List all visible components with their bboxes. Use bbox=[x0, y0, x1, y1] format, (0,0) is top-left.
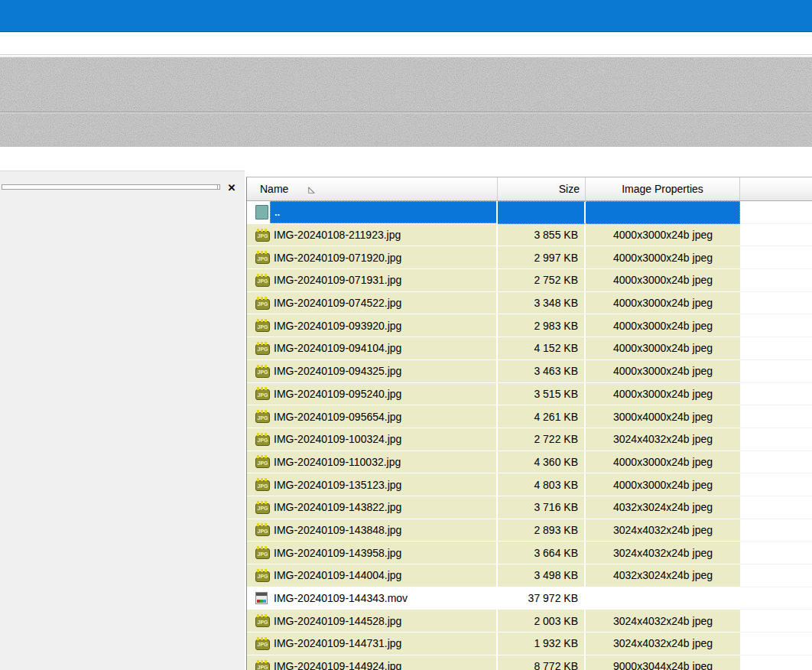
image-properties-cell: 4032x3024x24b jpeg bbox=[586, 496, 740, 519]
table-row[interactable]: JPGIMG-20240109-143958.jpg3 664 KB3024x4… bbox=[247, 542, 812, 564]
file-name-cell[interactable]: .. bbox=[247, 201, 498, 224]
image-properties-cell: 4000x3000x24b jpeg bbox=[586, 246, 740, 269]
column-header-size[interactable]: Size bbox=[498, 177, 586, 201]
file-name-label: IMG-20240109-135123.jpg bbox=[274, 479, 401, 491]
table-row[interactable]: JPGIMG-20240109-093920.jpg2 983 KB4000x3… bbox=[247, 314, 812, 337]
file-icon-box bbox=[247, 205, 270, 220]
table-row[interactable]: JPGIMG-20240109-095240.jpg3 515 KB4000x3… bbox=[247, 383, 812, 406]
table-row[interactable]: JPGIMG-20240109-094325.jpg3 463 KB4000x3… bbox=[247, 360, 812, 383]
file-name-cell[interactable]: JPGIMG-20240109-071920.jpg bbox=[247, 246, 498, 269]
table-row[interactable]: JPGIMG-20240109-074522.jpg3 348 KB4000x3… bbox=[247, 292, 812, 315]
file-name-cell[interactable]: JPGIMG-20240108-211923.jpg bbox=[247, 224, 498, 247]
close-icon: ✕ bbox=[228, 182, 236, 194]
selected-file-name[interactable]: .. bbox=[270, 201, 496, 223]
table-row[interactable]: JPGIMG-20240109-095654.jpg4 261 KB3000x4… bbox=[247, 405, 812, 428]
table-row[interactable]: JPGIMG-20240109-094104.jpg4 152 KB4000x3… bbox=[247, 337, 812, 360]
file-name-cell[interactable]: JPGIMG-20240109-135123.jpg bbox=[247, 473, 498, 496]
row-filler-cell bbox=[740, 655, 812, 670]
table-row[interactable]: JPGIMG-20240109-110032.jpg4 360 KB4000x3… bbox=[247, 451, 812, 474]
panel-close-button[interactable]: ✕ bbox=[225, 181, 239, 194]
table-row[interactable]: JPGIMG-20240109-071931.jpg2 752 KB4000x3… bbox=[247, 269, 812, 292]
file-name-cell[interactable]: JPGIMG-20240109-093920.jpg bbox=[247, 314, 498, 337]
file-icon-box bbox=[247, 592, 270, 604]
file-size-cell: 2 003 KB bbox=[498, 610, 586, 633]
file-icon-box: JPG bbox=[247, 251, 270, 264]
file-name-cell[interactable]: JPGIMG-20240109-144004.jpg bbox=[247, 564, 498, 587]
file-name-label: IMG-20240109-071931.jpg bbox=[274, 274, 401, 286]
table-row[interactable]: JPGIMG-20240109-144004.jpg3 498 KB4032x3… bbox=[247, 564, 812, 587]
jpg-file-icon: JPG bbox=[255, 503, 270, 514]
column-header-name[interactable]: Name◺ bbox=[247, 177, 498, 201]
toolbar-bottom-edge bbox=[0, 146, 812, 148]
file-name-cell[interactable]: JPGIMG-20240109-143958.jpg bbox=[247, 542, 498, 564]
file-name-cell[interactable]: JPGIMG-20240109-110032.jpg bbox=[247, 451, 498, 474]
file-icon-box: JPG bbox=[247, 660, 270, 670]
jpg-badge-label: JPG bbox=[257, 574, 268, 579]
toolbar-texture-strip-1 bbox=[0, 57, 812, 112]
table-row[interactable]: JPGIMG-20240109-100324.jpg2 722 KB3024x4… bbox=[247, 428, 812, 451]
table-row[interactable]: JPGIMG-20240109-071920.jpg2 997 KB4000x3… bbox=[247, 246, 812, 269]
file-name-cell[interactable]: JPGIMG-20240109-071931.jpg bbox=[247, 269, 498, 292]
file-name-cell[interactable]: JPGIMG-20240109-144731.jpg bbox=[247, 633, 498, 655]
file-name-cell[interactable]: JPGIMG-20240109-143822.jpg bbox=[247, 496, 498, 519]
table-row[interactable]: IMG-20240109-144343.mov37 972 KB bbox=[247, 587, 812, 610]
image-properties-cell: 4000x3000x24b jpeg bbox=[586, 383, 740, 406]
row-filler-cell bbox=[740, 269, 812, 292]
file-name-cell[interactable]: JPGIMG-20240109-094325.jpg bbox=[247, 360, 498, 383]
jpg-badge-label: JPG bbox=[257, 620, 268, 625]
file-name-label: IMG-20240109-093920.jpg bbox=[274, 320, 401, 332]
file-name-label: IMG-20240109-144004.jpg bbox=[274, 569, 401, 581]
jpg-badge-label: JPG bbox=[257, 506, 268, 511]
table-row[interactable]: JPGIMG-20240109-144731.jpg1 932 KB3024x4… bbox=[247, 633, 812, 655]
title-bar[interactable] bbox=[0, 0, 812, 32]
row-filler-cell bbox=[740, 587, 812, 610]
file-name-cell[interactable]: JPGIMG-20240109-100324.jpg bbox=[247, 428, 498, 451]
jpg-badge-label: JPG bbox=[257, 551, 268, 557]
file-size-cell: 3 348 KB bbox=[498, 292, 586, 315]
file-name-cell[interactable]: JPGIMG-20240109-144528.jpg bbox=[247, 610, 498, 633]
table-row[interactable]: JPGIMG-20240109-144528.jpg2 003 KB3024x4… bbox=[247, 610, 812, 633]
file-name-cell[interactable]: JPGIMG-20240109-094104.jpg bbox=[247, 337, 498, 360]
jpg-badge-label: JPG bbox=[257, 233, 268, 239]
table-row[interactable]: JPGIMG-20240109-143848.jpg2 893 KB3024x4… bbox=[247, 519, 812, 542]
file-size-cell: 2 722 KB bbox=[498, 428, 586, 451]
file-name-cell[interactable]: JPGIMG-20240109-095654.jpg bbox=[247, 405, 498, 428]
file-name-cell[interactable]: JPGIMG-20240109-143848.jpg bbox=[247, 519, 498, 542]
image-properties-cell bbox=[586, 201, 740, 224]
file-name-cell[interactable]: JPGIMG-20240109-095240.jpg bbox=[247, 383, 498, 406]
image-properties-cell: 4000x3000x24b jpeg bbox=[586, 269, 740, 292]
table-row[interactable]: JPGIMG-20240109-143822.jpg3 716 KB4032x3… bbox=[247, 496, 812, 519]
panel-grip-handle[interactable] bbox=[2, 184, 220, 190]
image-properties-cell: 3024x4032x24b jpeg bbox=[586, 633, 740, 655]
file-name-cell[interactable]: IMG-20240109-144343.mov bbox=[247, 587, 498, 610]
jpg-file-icon: JPG bbox=[255, 231, 270, 242]
table-row[interactable]: JPGIMG-20240108-211923.jpg3 855 KB4000x3… bbox=[247, 224, 812, 247]
file-icon-box: JPG bbox=[247, 433, 270, 446]
file-icon-box: JPG bbox=[247, 523, 270, 536]
row-filler-cell bbox=[740, 337, 812, 360]
file-size-cell: 4 803 KB bbox=[498, 473, 586, 496]
jpg-badge-label: JPG bbox=[257, 642, 268, 647]
jpg-file-icon: JPG bbox=[255, 571, 270, 582]
column-header-extra[interactable] bbox=[740, 177, 812, 201]
jpg-badge-label: JPG bbox=[257, 460, 268, 466]
jpg-file-icon: JPG bbox=[255, 253, 270, 264]
file-name-cell[interactable]: JPGIMG-20240109-144924.jpg bbox=[247, 655, 498, 670]
column-header-props[interactable]: Image Properties bbox=[586, 177, 740, 201]
image-properties-cell: 9000x3044x24b jpeg bbox=[586, 655, 740, 670]
jpg-badge-label: JPG bbox=[257, 392, 268, 398]
row-filler-cell bbox=[740, 360, 812, 383]
file-name-cell[interactable]: JPGIMG-20240109-074522.jpg bbox=[247, 292, 498, 315]
file-size-cell: 3 855 KB bbox=[498, 224, 586, 247]
table-row[interactable]: JPGIMG-20240109-144924.jpg8 772 KB9000x3… bbox=[247, 655, 812, 670]
jpg-file-icon: JPG bbox=[255, 367, 270, 378]
table-row[interactable]: JPGIMG-20240109-135123.jpg4 803 KB4000x3… bbox=[247, 473, 812, 496]
file-icon-box: JPG bbox=[247, 569, 270, 582]
table-row[interactable]: .. bbox=[247, 201, 812, 224]
image-properties-cell: 4032x3024x24b jpeg bbox=[586, 564, 740, 587]
file-name-label: IMG-20240109-144731.jpg bbox=[274, 637, 401, 649]
folder-icon bbox=[255, 205, 268, 220]
jpg-badge-label: JPG bbox=[257, 483, 268, 489]
file-icon-box: JPG bbox=[247, 478, 270, 491]
row-filler-cell bbox=[740, 519, 812, 542]
